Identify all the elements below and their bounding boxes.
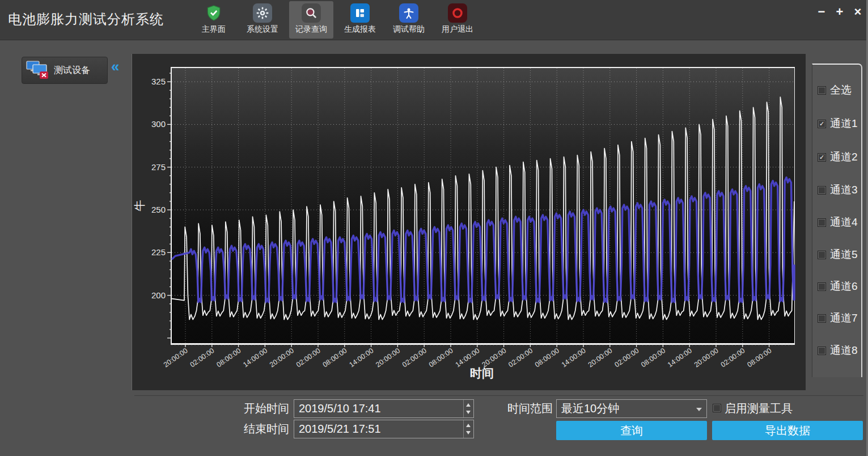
channel-label: 通道7 [830,311,858,326]
report-icon [350,3,370,23]
x-axis-title: 时间 [171,365,793,381]
checkbox-ch8[interactable] [818,347,826,355]
channel-row-ch2[interactable]: 通道2 [818,150,858,164]
top-bar: 电池膨胀力测试分析系统 主界面 系统设置 记录查询 生成报表 [0,0,868,40]
sidebar-item-test-device[interactable]: 测试设备 [22,57,108,84]
magnifier-icon [302,3,321,23]
end-time-spinner[interactable] [463,420,473,438]
checkbox-ch4[interactable] [818,218,826,227]
channel-label: 通道2 [830,150,858,164]
helper-icon [399,3,418,23]
toolbar-item-home[interactable]: 主界面 [192,1,236,39]
spinner-up-icon[interactable] [466,403,471,407]
channel-row-ch5[interactable]: 通道5 [818,247,858,262]
checkbox-ch1[interactable] [818,120,826,128]
svg-text:300: 300 [151,119,166,129]
checkbox-ch5[interactable] [818,251,826,259]
channel-label: 全选 [830,83,852,98]
line-chart[interactable]: 20022525027530032520:00:0002:00:0008:00:… [171,67,795,345]
measure-tool-label: 启用测量工具 [725,401,838,416]
toolbar-label: 用户退出 [442,24,473,35]
device-icon [26,60,49,81]
channel-row-ch4[interactable]: 通道4 [818,215,858,230]
channel-row-ch7[interactable]: 通道7 [818,311,858,326]
svg-text:325: 325 [151,77,166,86]
bottom-separator [134,395,863,396]
toolbar-item-record-query[interactable]: 记录查询 [289,1,333,39]
checkbox-ch3[interactable] [818,186,826,195]
toolbar: 主界面 系统设置 记录查询 生成报表 调试帮助 [192,1,480,39]
svg-text:275: 275 [151,162,166,172]
chart-panel: 20022525027530032520:00:0002:00:0008:00:… [132,54,806,390]
channel-row-ch3[interactable]: 通道3 [818,183,858,197]
sidebar-item-label: 测试设备 [54,65,90,77]
shield-icon [204,3,223,23]
time-range-value: 最近10分钟 [561,402,619,415]
checkbox-ch2[interactable] [818,153,826,162]
start-time-value: 2019/5/10 17:41 [299,402,381,415]
app-title: 电池膨胀力测试分析系统 [8,10,164,28]
time-range-label: 时间范围 [471,401,553,416]
channel-label: 通道5 [830,247,858,262]
start-time-label: 开始时间 [200,401,289,416]
svg-text:牛: 牛 [133,200,146,212]
svg-text:200: 200 [151,290,166,300]
sidebar-collapse-button[interactable]: « [111,58,119,75]
toolbar-item-report[interactable]: 生成报表 [338,1,382,39]
toolbar-item-debug-help[interactable]: 调试帮助 [387,1,431,39]
spinner-up-icon[interactable] [466,424,471,427]
svg-text:225: 225 [151,247,166,257]
exit-icon [448,3,467,23]
gear-icon [253,3,272,23]
checkbox-ch7[interactable] [818,314,826,323]
channel-label: 通道4 [830,215,858,230]
channel-row-select-all[interactable]: 全选 [818,83,852,98]
channel-label: 通道6 [830,279,858,294]
channel-row-ch8[interactable]: 通道8 [818,343,858,358]
toolbar-item-settings[interactable]: 系统设置 [240,1,285,39]
checkbox-ch6[interactable] [818,282,826,291]
spinner-down-icon[interactable] [466,411,471,414]
app-window: { "window": { "title": "电池膨胀力测试分析系统", "c… [0,0,868,456]
checkbox-select-all[interactable] [818,86,826,95]
chart-canvas: 20022525027530032520:00:0002:00:0008:00:… [172,68,794,343]
end-time-label: 结束时间 [200,421,289,437]
time-range-dropdown[interactable]: 最近10分钟 [556,399,707,418]
svg-text:250: 250 [151,205,166,214]
chevron-down-icon [696,408,702,411]
toolbar-label: 系统设置 [247,24,278,35]
minimize-button[interactable]: − [816,5,827,19]
start-time-input[interactable]: 2019/5/10 17:41 [294,399,474,418]
toolbar-label: 调试帮助 [393,24,425,35]
toolbar-item-user-exit[interactable]: 用户退出 [435,1,480,39]
query-button[interactable]: 查询 [556,421,707,440]
measure-tool-checkbox[interactable] [713,404,721,412]
channel-label: 通道1 [830,116,858,131]
end-time-input[interactable]: 2019/5/21 17:51 [294,420,474,438]
toolbar-label: 记录查询 [295,24,327,35]
channel-row-ch6[interactable]: 通道6 [818,279,858,294]
spinner-down-icon[interactable] [466,431,471,434]
channel-panel: 全选 通道1 通道2 通道3 通道4 通道5 通道6 通道7 通道8 [812,64,862,377]
export-data-button[interactable]: 导出数据 [712,421,863,440]
toolbar-label: 生成报表 [344,24,376,35]
channel-label: 通道3 [830,183,858,197]
end-time-value: 2019/5/21 17:51 [299,423,381,435]
close-button[interactable]: × [853,5,863,19]
channel-row-ch1[interactable]: 通道1 [818,116,858,131]
maximize-button[interactable]: + [835,5,845,19]
window-controls: − + × [816,5,863,19]
toolbar-label: 主界面 [202,24,226,35]
channel-label: 通道8 [830,343,858,358]
